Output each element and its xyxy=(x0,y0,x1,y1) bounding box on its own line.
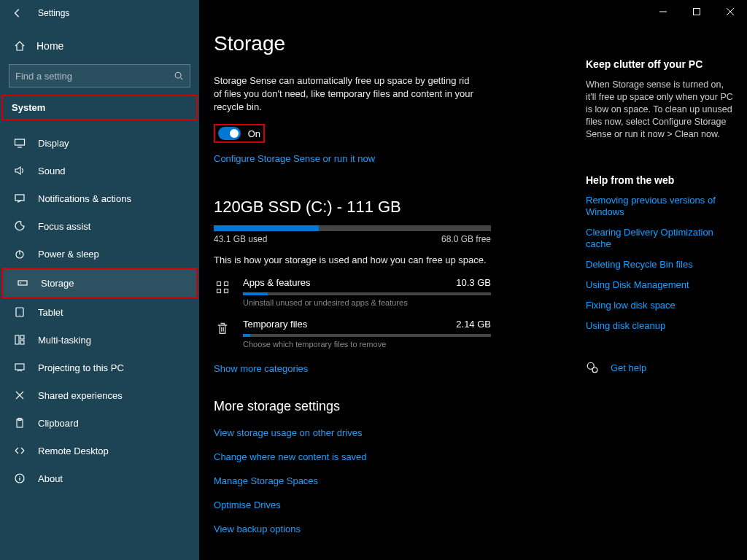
sound-icon xyxy=(13,164,26,177)
sidebar-item-notifications[interactable]: Notifications & actions xyxy=(0,184,199,212)
toggle-label: On xyxy=(248,128,260,139)
get-help-link[interactable]: Get help xyxy=(611,362,646,373)
toggle-switch-icon xyxy=(218,127,241,140)
search-icon xyxy=(174,71,184,81)
back-button[interactable] xyxy=(7,3,28,23)
sidebar-item-label: Clipboard xyxy=(38,418,79,429)
trash-icon xyxy=(214,320,231,338)
power-icon xyxy=(13,247,26,260)
sidebar-nav: Display Sound Notifications & actions Fo… xyxy=(0,129,199,492)
search-input[interactable] xyxy=(15,71,174,82)
svg-point-0 xyxy=(175,72,181,78)
sidebar: Settings Home System Display Sound Notif… xyxy=(0,0,199,560)
sidebar-item-sound[interactable]: Sound xyxy=(0,157,199,184)
sidebar-item-label: About xyxy=(38,473,63,484)
drive-usage-bar xyxy=(214,225,491,231)
help-link[interactable]: Clearing Delivery Optimization cache xyxy=(586,227,733,250)
link-change-content[interactable]: Change where new content is saved xyxy=(214,451,560,462)
page-title: Storage xyxy=(214,32,560,55)
storage-sense-toggle[interactable]: On xyxy=(214,124,265,143)
focus-assist-icon xyxy=(13,219,26,233)
sidebar-category-system[interactable]: System xyxy=(1,95,198,120)
svg-point-7 xyxy=(19,314,20,315)
shared-icon xyxy=(13,389,26,402)
svg-rect-16 xyxy=(217,282,221,286)
sidebar-item-tablet[interactable]: Tablet xyxy=(0,298,199,326)
svg-rect-15 xyxy=(694,9,700,15)
drive-used: 43.1 GB used xyxy=(214,234,267,244)
link-storage-spaces[interactable]: Manage Storage Spaces xyxy=(214,475,560,486)
right-heading-clutter: Keep clutter off your PC xyxy=(586,58,733,70)
sidebar-item-storage[interactable]: Storage xyxy=(1,268,198,298)
show-more-categories-link[interactable]: Show more categories xyxy=(214,363,560,374)
drive-desc: This is how your storage is used and how… xyxy=(214,254,560,265)
sidebar-item-focus-assist[interactable]: Focus assist xyxy=(0,212,199,240)
window-title: Settings xyxy=(38,8,69,18)
right-heading-help: Help from the web xyxy=(586,174,733,186)
apps-icon xyxy=(214,279,231,296)
svg-rect-9 xyxy=(20,335,24,339)
maximize-button[interactable] xyxy=(680,0,713,23)
help-link[interactable]: Fixing low disk space xyxy=(586,300,733,311)
sidebar-item-clipboard[interactable]: Clipboard xyxy=(0,409,199,437)
sidebar-item-label: Storage xyxy=(41,278,74,289)
category-name: Temporary files xyxy=(243,319,307,330)
link-view-backup[interactable]: View backup options xyxy=(214,524,560,534)
storage-icon xyxy=(16,276,29,289)
storage-sense-desc: Storage Sense can automatically free up … xyxy=(214,74,476,114)
svg-rect-8 xyxy=(15,335,19,344)
sidebar-item-display[interactable]: Display xyxy=(0,129,199,157)
svg-rect-10 xyxy=(20,341,24,344)
drive-free: 68.0 GB free xyxy=(441,234,491,244)
sidebar-item-label: Projecting to this PC xyxy=(38,362,124,373)
sidebar-item-label: Notifications & actions xyxy=(38,193,131,204)
svg-rect-2 xyxy=(15,195,24,201)
sidebar-item-label: Focus assist xyxy=(38,221,90,232)
home-button[interactable]: Home xyxy=(0,32,199,60)
help-link[interactable]: Using disk cleanup xyxy=(586,320,733,332)
multitasking-icon xyxy=(13,333,26,346)
display-icon xyxy=(13,136,26,149)
notifications-icon xyxy=(13,192,26,205)
svg-rect-1 xyxy=(15,139,25,145)
sidebar-item-multitasking[interactable]: Multi-tasking xyxy=(0,326,199,354)
link-optimise-drives[interactable]: Optimise Drives xyxy=(214,499,560,510)
right-column: Keep clutter off your PC When Storage se… xyxy=(578,0,746,560)
drive-title: 120GB SSD (C:) - 111 GB xyxy=(214,198,560,217)
sidebar-item-label: Sound xyxy=(38,166,66,176)
clipboard-icon xyxy=(13,416,26,429)
more-storage-heading: More storage settings xyxy=(214,399,560,414)
category-temp[interactable]: Temporary files 2.14 GB Choose which tem… xyxy=(214,319,560,349)
tablet-icon xyxy=(13,306,26,319)
category-name: Apps & features xyxy=(243,277,311,288)
category-size: 10.3 GB xyxy=(456,277,491,288)
category-size: 2.14 GB xyxy=(456,319,491,330)
link-other-drives[interactable]: View storage usage on other drives xyxy=(214,427,560,438)
sidebar-item-about[interactable]: About xyxy=(0,464,199,492)
gethelp-icon xyxy=(586,361,599,374)
sidebar-item-power[interactable]: Power & sleep xyxy=(0,240,199,268)
search-box[interactable] xyxy=(9,64,190,88)
svg-point-5 xyxy=(20,282,21,284)
sidebar-item-remote[interactable]: Remote Desktop xyxy=(0,437,199,464)
category-sub: Uninstall unused or undesired apps & fea… xyxy=(243,298,560,307)
sidebar-item-label: Power & sleep xyxy=(38,249,99,260)
category-apps[interactable]: Apps & features 10.3 GB Uninstall unused… xyxy=(214,277,560,307)
sidebar-item-shared[interactable]: Shared experiences xyxy=(0,381,199,409)
home-label: Home xyxy=(36,40,63,52)
configure-storage-sense-link[interactable]: Configure Storage Sense or run it now xyxy=(214,153,560,164)
right-paragraph-clutter: When Storage sense is turned on, it'll f… xyxy=(586,79,733,141)
home-icon xyxy=(13,39,26,52)
help-link[interactable]: Using Disk Management xyxy=(586,279,733,291)
help-link[interactable]: Deleting Recycle Bin files xyxy=(586,259,733,271)
sidebar-item-projecting[interactable]: Projecting to this PC xyxy=(0,354,199,381)
svg-rect-17 xyxy=(225,282,228,286)
projecting-icon xyxy=(13,361,26,374)
close-button[interactable] xyxy=(713,0,747,23)
svg-rect-11 xyxy=(15,364,24,370)
sidebar-item-label: Tablet xyxy=(38,307,63,318)
category-sub: Choose which temporary files to remove xyxy=(243,340,560,349)
sidebar-item-label: Multi-tasking xyxy=(38,335,91,346)
minimize-button[interactable] xyxy=(646,0,680,23)
help-link[interactable]: Removing previous versions of Windows xyxy=(586,195,733,218)
